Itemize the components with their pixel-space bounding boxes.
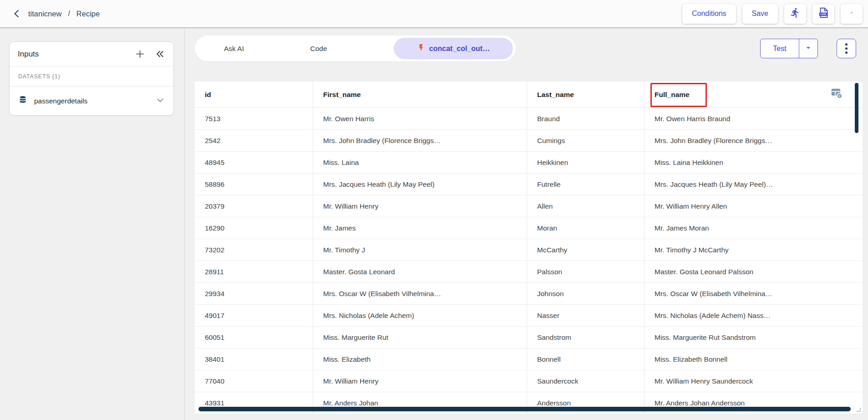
table-cell: Mr. Owen Harris	[313, 108, 527, 129]
table-cell: Master. Gosta Leonard	[313, 261, 527, 282]
table-row: 7513Mr. Owen HarrisBraundMr. Owen Harris…	[195, 108, 863, 130]
breadcrumb-project[interactable]: titanicnew	[28, 10, 61, 18]
table-cell: Bonnell	[527, 348, 645, 370]
more-actions-button[interactable]	[841, 4, 863, 24]
table-cell: Mr. James	[313, 217, 527, 239]
breadcrumb: titanicnew / Recipe	[0, 9, 100, 19]
table-cell: 29934	[195, 283, 313, 304]
table-cell: Saundercock	[527, 370, 645, 392]
table-cell: 7513	[195, 108, 313, 129]
table-row: 29934Mrs. Oscar W (Elisabeth Vilhelmina……	[195, 283, 863, 305]
table-cell: Heikkinen	[527, 152, 645, 173]
table-cell: 38401	[195, 348, 313, 370]
table-cell: Mr. James Moran	[645, 217, 863, 239]
table-cell: Mr. Owen Harris Braund	[645, 108, 863, 129]
table-cell: 28911	[195, 261, 313, 282]
horizontal-scrollbar[interactable]	[198, 407, 851, 411]
recipe-tabbar: Ask AI Code concat_col_out…	[195, 36, 516, 61]
sidebar-divider	[184, 29, 185, 420]
column-header-first_name[interactable]: First_name	[313, 82, 527, 108]
breadcrumb-separator: /	[68, 10, 70, 18]
column-header-label: Full_name	[655, 91, 690, 99]
table-cell: Miss. Laina Heikkinen	[645, 152, 863, 173]
table-cell: Mrs. John Bradley (Florence Briggs…	[313, 130, 527, 151]
table-cell: Miss. Elizabeth	[313, 348, 527, 370]
table-row: 73202Mr. Timothy JMcCarthyMr. Timothy J …	[195, 239, 863, 261]
table-cell: Braund	[527, 108, 645, 129]
table-settings-icon[interactable]	[830, 86, 843, 102]
table-cell: 77040	[195, 370, 313, 392]
inputs-title: Inputs	[18, 50, 39, 59]
test-button[interactable]: Test	[761, 39, 799, 58]
dataset-item-passengerdetails[interactable]: passengerdetails	[10, 87, 173, 115]
table-cell: 20379	[195, 195, 313, 217]
table-cell: Sandstrom	[527, 327, 645, 348]
database-icon	[18, 95, 28, 107]
tab-code[interactable]: Code	[273, 36, 364, 61]
tab-concat-col-out-active[interactable]: concat_col_out…	[394, 38, 513, 59]
table-cell: Palsson	[527, 261, 645, 282]
column-header-label: First_name	[323, 91, 361, 99]
svg-text:LOG: LOG	[820, 13, 826, 15]
log-icon: LOG	[817, 7, 829, 20]
add-input-button[interactable]	[134, 48, 146, 60]
inputs-panel: Inputs DATASETS (1) passengerdetails	[9, 41, 174, 116]
active-tab-label: concat_col_out…	[429, 45, 490, 53]
collapse-panel-button[interactable]	[155, 49, 165, 59]
test-split-button: Test	[760, 39, 818, 58]
table-cell: 58896	[195, 174, 313, 195]
vertical-scrollbar[interactable]	[855, 83, 858, 133]
table-cell: Mrs. Nicholas (Adele Achem) Nass…	[645, 305, 863, 326]
table-row: 2542Mrs. John Bradley (Florence Briggs…C…	[195, 130, 863, 152]
datasets-section-label: DATASETS (1)	[10, 67, 173, 87]
app-window: titanicnew / Recipe Conditions Save LOG	[0, 0, 868, 420]
table-row: 16290Mr. JamesMoranMr. James Moran	[195, 217, 863, 239]
table-cell: Allen	[527, 195, 645, 217]
table-cell: Nasser	[527, 305, 645, 326]
table-cell: Mr. Timothy J McCarthy	[645, 239, 863, 261]
table-row: 60051Miss. Marguerite RutSandstromMiss. …	[195, 327, 863, 348]
chevron-down-icon[interactable]	[155, 95, 165, 107]
table-cell: Mrs. Jacques Heath (Lily May Peel)…	[645, 174, 863, 195]
table-row: 49017Mrs. Nicholas (Adele Achem)NasserMr…	[195, 305, 863, 327]
table-cell: Mr. William Henry Allen	[645, 195, 863, 217]
inputs-panel-header: Inputs	[10, 42, 173, 67]
table-cell: Miss. Laina	[313, 152, 527, 173]
lightning-icon	[417, 44, 425, 53]
table-cell: Mr. William Henry Saundercock	[645, 370, 863, 392]
save-button[interactable]: Save	[742, 4, 778, 24]
table-row: 38401Miss. ElizabethBonnellMiss. Elizabe…	[195, 348, 863, 370]
topbar: titanicnew / Recipe Conditions Save LOG	[0, 0, 868, 28]
resize-corner	[857, 408, 861, 412]
table-cell: Mrs. Oscar W (Elisabeth Vilhelmina…	[645, 283, 863, 304]
column-header-last_name[interactable]: Last_name	[527, 82, 645, 108]
log-button[interactable]: LOG	[812, 4, 834, 24]
run-button[interactable]	[784, 4, 806, 24]
table-row: 20379Mr. William HenryAllenMr. William H…	[195, 195, 863, 217]
dropdown-caret-icon	[804, 44, 812, 54]
dataset-name: passengerdetails	[34, 97, 87, 105]
preview-table: idFirst_nameLast_nameFull_name 7513Mr. O…	[195, 82, 863, 414]
table-cell: Mrs. Nicholas (Adele Achem)	[313, 305, 527, 326]
table-row: 28911Master. Gosta LeonardPalssonMaster.…	[195, 261, 863, 283]
breadcrumb-page[interactable]: Recipe	[76, 10, 100, 18]
conditions-button[interactable]: Conditions	[682, 4, 736, 24]
table-row: 77040Mr. William HenrySaundercockMr. Wil…	[195, 370, 863, 392]
column-header-id[interactable]: id	[195, 82, 313, 108]
test-dropdown-button[interactable]	[799, 39, 817, 58]
table-cell: 60051	[195, 327, 313, 348]
table-cell: Cumings	[527, 130, 645, 151]
back-icon[interactable]	[12, 9, 22, 19]
table-row: 48945Miss. LainaHeikkinenMiss. Laina Hei…	[195, 152, 863, 174]
more-options-button[interactable]	[837, 39, 856, 58]
table-cell: Mrs. Oscar W (Elisabeth Vilhelmina…	[313, 283, 527, 304]
table-cell: Futrelle	[527, 174, 645, 195]
table-cell: 73202	[195, 239, 313, 261]
table-cell: Mr. Timothy J	[313, 239, 527, 261]
table-cell: Miss. Marguerite Rut	[313, 327, 527, 348]
table-cell: Miss. Elizabeth Bonnell	[645, 348, 863, 370]
column-header-label: id	[205, 91, 211, 99]
tab-ask-ai[interactable]: Ask AI	[195, 36, 273, 61]
table-cell: Moran	[527, 217, 645, 239]
table-cell: McCarthy	[527, 239, 645, 261]
